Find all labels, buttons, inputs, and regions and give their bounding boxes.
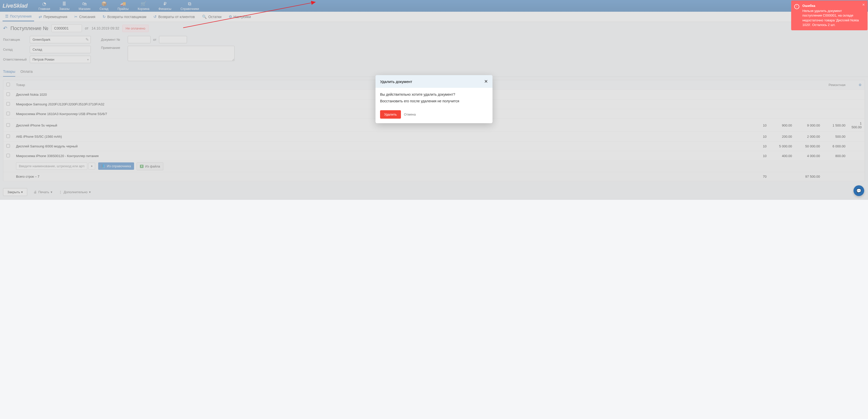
- toast-title: Ошибка: [802, 4, 860, 8]
- modal-line2: Восстановить его после удаления не получ…: [380, 99, 488, 103]
- toast-body: Нельзя удалить документ поступления C000…: [802, 9, 860, 27]
- modal-delete-button[interactable]: Удалить: [380, 110, 401, 119]
- modal-overlay: Удалить документ ✕ Вы действительно хоти…: [0, 0, 868, 200]
- shield-alert-icon: !: [794, 4, 799, 9]
- chat-fab[interactable]: 💬: [854, 185, 864, 196]
- modal-close-icon[interactable]: ✕: [484, 79, 488, 84]
- modal-line1: Вы действительно хотите удалить документ…: [380, 92, 488, 96]
- modal-title: Удалить документ: [380, 80, 412, 84]
- error-toast: ! Ошибка Нельзя удалить документ поступл…: [791, 1, 867, 30]
- modal-cancel-button[interactable]: Отмена: [404, 110, 416, 119]
- delete-modal: Удалить документ ✕ Вы действительно хоти…: [375, 75, 493, 123]
- toast-close-icon[interactable]: ✕: [862, 3, 865, 7]
- chat-icon: 💬: [856, 188, 861, 193]
